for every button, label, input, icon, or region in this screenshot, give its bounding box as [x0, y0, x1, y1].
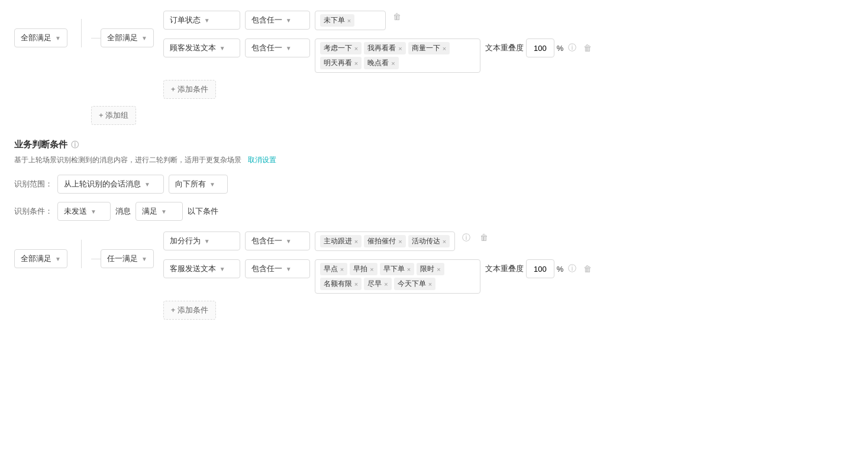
bottom-info-btn-0[interactable]: ⓘ: [460, 231, 473, 245]
bottom-condition-row-0: 加分行为 ▼ 包含任一 ▼ 主动跟进 × 催拍催付 ×: [163, 230, 854, 252]
scope-label: 识别范围：: [14, 179, 53, 189]
bottom-tag-close-0-2[interactable]: ×: [443, 238, 446, 245]
delete-btn-1[interactable]: 🗑: [581, 42, 594, 54]
following-label: 以下条件: [188, 206, 218, 217]
bottom-condition-row-1: 客服发送文本 ▼ 包含任一 ▼ 早点 × 早拍 ×: [163, 258, 854, 295]
bottom-type-dropdown-0[interactable]: 加分行为 ▼: [163, 231, 240, 250]
bottom-type-dropdown-1[interactable]: 客服发送文本 ▼: [163, 259, 240, 278]
tag-1-1: 我再看看 ×: [364, 42, 405, 54]
tag-close-1-4[interactable]: ×: [391, 60, 395, 67]
tag-1-4: 晚点看 ×: [364, 57, 398, 69]
condition-dropdown-0[interactable]: 包含任一 ▼: [245, 11, 310, 30]
condition-row-0: 订单状态 ▼ 包含任一 ▼ 未下单 × 🗑: [163, 9, 854, 31]
tag-close-1-1[interactable]: ×: [398, 45, 402, 52]
tag-1-2: 商量一下 ×: [408, 42, 450, 54]
scope-row: 识别范围： 从上轮识别的会话消息 ▼ 向下所有 ▼: [14, 175, 854, 194]
bottom-tag-close-1-5[interactable]: ×: [384, 281, 388, 288]
condition-dropdown-1[interactable]: 包含任一 ▼: [245, 38, 310, 57]
tag-container-1[interactable]: 考虑一下 × 我再看看 × 商量一下 × 明天再看 ×: [315, 38, 480, 73]
similarity-input-1[interactable]: [526, 38, 554, 57]
condition-row-1: 顾客发送文本 ▼ 包含任一 ▼ 考虑一下 × 我再看看 ×: [163, 37, 854, 74]
biz-section: 业务判断条件 ⓘ 基于上轮场景识别检测到的消息内容，进行二轮判断，适用于更复杂场…: [14, 139, 854, 221]
bottom-tag-1-2: 早下单 ×: [380, 263, 414, 275]
middle-dropdown-top[interactable]: 全部满足 ▼: [101, 28, 154, 47]
add-group-btn[interactable]: + 添加组: [91, 106, 136, 125]
similarity-label-1: 文本重叠度: [485, 43, 524, 53]
send-status-dropdown[interactable]: 未发送 ▼: [57, 202, 111, 221]
bottom-tag-close-1-4[interactable]: ×: [354, 281, 358, 288]
biz-desc: 基于上轮场景识别检测到的消息内容，进行二轮判断，适用于更复杂场景 取消设置: [14, 155, 854, 165]
bottom-tag-close-1-2[interactable]: ×: [407, 266, 411, 273]
scope-dropdown2[interactable]: 向下所有 ▼: [169, 175, 228, 194]
bottom-delete-btn-0[interactable]: 🗑: [477, 231, 491, 243]
outer-dropdown-bottom-arrow: ▼: [55, 256, 61, 262]
bottom-tag-1-6: 今天下单 ×: [394, 278, 435, 290]
bottom-tag-0-2: 活动传达 ×: [408, 235, 450, 247]
bottom-tag-close-0-1[interactable]: ×: [398, 238, 402, 245]
middle-dropdown-bottom-arrow: ▼: [141, 256, 147, 262]
condition-field-row: 识别条件： 未发送 ▼ 消息 满足 ▼ 以下条件: [14, 202, 854, 221]
bottom-condition-section: 全部满足 ▼ 任一满足 ▼ 加分行为 ▼: [14, 230, 854, 320]
bottom-tag-container-1[interactable]: 早点 × 早拍 × 早下单 × 限时 ×: [315, 259, 480, 294]
bottom-tag-close-0-0[interactable]: ×: [354, 238, 358, 245]
top-condition-section: 全部满足 ▼ 全部满足 ▼ 订单状态: [14, 9, 854, 125]
bottom-tag-close-1-0[interactable]: ×: [340, 266, 344, 273]
middle-dropdown-bottom[interactable]: 任一满足 ▼: [101, 249, 154, 268]
condition-label: 识别条件：: [14, 206, 53, 217]
bottom-tag-close-1-1[interactable]: ×: [370, 266, 373, 273]
bottom-similarity-box-1: 文本重叠度 % ⓘ 🗑: [485, 259, 595, 278]
tag-1-3: 明天再看 ×: [320, 57, 362, 69]
biz-title: 业务判断条件 ⓘ: [14, 139, 854, 150]
bottom-tag-close-1-6[interactable]: ×: [428, 281, 432, 288]
bottom-delete-btn-1[interactable]: 🗑: [581, 263, 594, 275]
bottom-tag-close-1-3[interactable]: ×: [437, 266, 440, 273]
bottom-similarity-label-1: 文本重叠度: [485, 263, 524, 274]
bottom-tag-1-0: 早点 ×: [320, 263, 347, 275]
middle-dropdown-top-arrow: ▼: [141, 35, 147, 41]
tag-0-0: 未下单 ×: [320, 14, 354, 27]
type-dropdown-1[interactable]: 顾客发送文本 ▼: [163, 38, 240, 57]
message-label: 消息: [115, 206, 131, 217]
bottom-similarity-input-1[interactable]: [526, 259, 554, 278]
similarity-box-1: 文本重叠度 % ⓘ 🗑: [485, 38, 595, 57]
similarity-unit-1: %: [557, 44, 564, 53]
add-condition-btn-top[interactable]: + 添加条件: [163, 80, 216, 99]
tag-1-0: 考虑一下 ×: [320, 42, 362, 54]
bottom-condition-dropdown-0[interactable]: 包含任一 ▼: [245, 231, 310, 250]
bottom-condition-dropdown-1[interactable]: 包含任一 ▼: [245, 259, 310, 278]
similarity-info-1[interactable]: ⓘ: [566, 41, 579, 54]
top-tree: 全部满足 ▼ 全部满足 ▼ 订单状态: [14, 9, 854, 99]
cancel-setting-link[interactable]: 取消设置: [248, 156, 276, 164]
type-dropdown-0[interactable]: 订单状态 ▼: [163, 11, 240, 30]
outer-dropdown-bottom[interactable]: 全部满足 ▼: [14, 249, 67, 268]
bottom-tag-1-4: 名额有限 ×: [320, 278, 362, 290]
bottom-similarity-unit-1: %: [557, 265, 564, 274]
biz-info-icon[interactable]: ⓘ: [71, 140, 79, 150]
tag-close-0-0[interactable]: ×: [347, 17, 351, 24]
tag-close-1-2[interactable]: ×: [443, 45, 446, 52]
satisfy-dropdown[interactable]: 满足 ▼: [135, 202, 183, 221]
bottom-tree: 全部满足 ▼ 任一满足 ▼ 加分行为 ▼: [14, 230, 854, 320]
bottom-tag-1-1: 早拍 ×: [350, 263, 377, 275]
outer-dropdown-top[interactable]: 全部满足 ▼: [14, 28, 67, 47]
tag-close-1-3[interactable]: ×: [354, 60, 358, 67]
tag-close-1-0[interactable]: ×: [354, 45, 358, 52]
add-condition-btn-bottom[interactable]: + 添加条件: [163, 301, 216, 320]
delete-btn-0[interactable]: 🗑: [391, 11, 404, 22]
bottom-tag-0-1: 催拍催付 ×: [364, 235, 405, 247]
scope-dropdown1[interactable]: 从上轮识别的会话消息 ▼: [57, 175, 164, 194]
tag-container-0[interactable]: 未下单 ×: [315, 11, 386, 30]
bottom-tag-0-0: 主动跟进 ×: [320, 235, 362, 247]
outer-dropdown-top-arrow: ▼: [55, 35, 61, 41]
bottom-tag-container-0[interactable]: 主动跟进 × 催拍催付 × 活动传达 ×: [315, 231, 455, 251]
bottom-tag-1-5: 尽早 ×: [364, 278, 391, 290]
bottom-tag-1-3: 限时 ×: [417, 263, 444, 275]
bottom-similarity-info-1[interactable]: ⓘ: [566, 262, 579, 275]
